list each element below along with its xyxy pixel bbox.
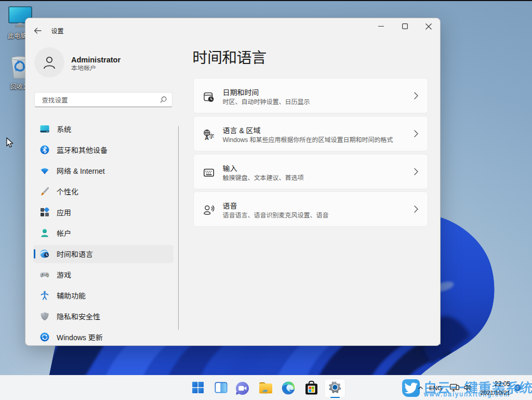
- svg-text:字: 字: [209, 132, 215, 140]
